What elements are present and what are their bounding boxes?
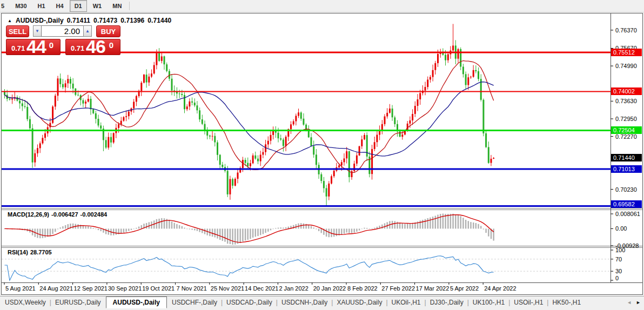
date-tick-label: 27 Feb 2022 [381,285,415,292]
tab-scroll-right-icon[interactable]: ► [636,300,641,305]
tab-uk100-h1[interactable]: UK100-,H1 [468,297,509,308]
collapse-triangle-icon[interactable]: ▲ [8,18,12,23]
tab-usdchf-daily[interactable]: USDCHF-,Daily [167,297,222,308]
macd-label: MACD(12,26,9)-0.006427-0.002484 [8,211,109,218]
price-level-badge: 0.71013 [611,165,642,173]
chevron-down-icon: ▼ [35,29,39,33]
price-tick-label: 0.72950 [615,116,637,122]
rsi-axis-label: 100 [615,247,625,253]
buy-price-big: 46 [86,36,105,57]
chart-window: ▲AUDUSD-,Daily0.714110.714730.713960.714… [1,13,643,295]
date-tick-label: 2 Jan 2022 [279,285,308,292]
ohlc-high: 0.71473 [93,17,117,24]
tab-scroll-left-icon[interactable]: ◄ [627,300,632,305]
price-level-badge: 0.71440 [611,154,642,161]
date-tick-label: 5 Apr 2022 [450,285,479,292]
tab-audusd-daily[interactable]: AUDUSD-,Daily [106,296,167,308]
rsi-value: 28.7705 [30,249,52,255]
date-tick-label: 17 Mar 2022 [416,285,450,292]
tab-hk50-h1[interactable]: HK50-,H1 [547,297,586,308]
ohlc-open: 0.71411 [67,17,90,24]
date-tick-label: 20 Jan 2022 [313,285,346,292]
sell-button[interactable]: SELL [6,25,29,37]
macd-axis-label: 0.00 [615,225,627,232]
buy-price-sup: 0 [109,41,113,50]
timeframe-button-h1[interactable]: H1 [33,0,50,12]
sell-price-button[interactable]: 0.71 44 0 [6,39,61,55]
price-tick-label: 0.76370 [615,27,637,33]
price-tick-label: 0.74990 [615,63,637,69]
tab-usdcad-daily[interactable]: USDCAD-,Daily [222,297,277,308]
price-tick-label: 0.70230 [615,186,637,193]
macd-signal-value: -0.002484 [81,211,108,218]
price-level-badge: 0.72504 [611,126,642,134]
date-tick-label: 24 Aug 2021 [39,285,73,292]
ohlc-close: 0.71440 [147,17,171,24]
chevron-up-icon: ▲ [85,29,90,33]
date-tick-label: 19 Oct 2021 [142,285,175,292]
price-level-badge: 0.69582 [611,200,642,208]
buy-price-button[interactable]: 0.71 46 0 [65,39,120,55]
tab-xauusd-daily[interactable]: XAUUSD-,Daily [332,297,387,308]
tab-usdcnh-daily[interactable]: USDCNH-,Daily [277,297,332,308]
tab-eurusd-daily[interactable]: EURUSD-,Daily [50,297,106,308]
timeframe-button-mn[interactable]: MN [108,0,126,12]
tab-scroll-arrows: ◄ ► [627,300,641,305]
sell-price-prefix: 0.71 [11,44,25,52]
date-tick-label: 24 Apr 2022 [484,285,516,292]
date-tick-label: 7 Nov 2021 [177,285,207,292]
chart-tabs-bar: USDX,Weekly|EURUSD-,DailyAUDUSD-,DailyUS… [0,296,644,308]
chart-title: ▲AUDUSD-,Daily0.714110.714730.713960.714… [8,17,171,24]
chart-symbol-label: AUDUSD-,Daily [16,17,64,24]
timeframe-button-m30[interactable]: M30 [10,0,31,12]
macd-main-value: -0.006427 [51,211,78,218]
macd-axis-label: 0.008061 [615,211,640,217]
rsi-label: RSI(14)28.7705 [8,249,54,255]
date-tick-label: 25 Nov 2021 [211,285,244,292]
volume-increase-button[interactable]: ▲ [83,25,92,37]
price-level-badge: 0.75512 [611,49,642,56]
price-tick-label: 0.72270 [615,133,637,140]
timeframe-toolbar: 5M30H1H4D1W1MN [0,0,644,12]
price-level-badge: 0.74002 [611,87,642,95]
volume-decrease-button[interactable]: ▼ [33,25,42,37]
tab-ukoil-h1[interactable]: UKOil-,H1 [387,297,426,308]
timeframe-button-5[interactable]: 5 [0,0,9,12]
price-tick-label: 0.73630 [615,98,637,104]
toolbar-separator [129,2,130,10]
sell-price-big: 44 [26,36,46,57]
trading-terminal: 5M30H1H4D1W1MN ▲AUDUSD-,Daily0.714110.71… [0,0,644,310]
timeframe-button-w1[interactable]: W1 [88,0,107,12]
tab-usoil-h1[interactable]: USOil-,H1 [509,297,548,308]
date-tick-label: 30 Sep 2021 [108,285,142,292]
buy-button[interactable]: BUY [96,25,120,37]
tab-dj30-daily[interactable]: DJ30-,Daily [425,297,468,308]
rsi-axis-label: 30 [615,268,622,274]
rsi-axis-label: 70 [615,256,622,262]
date-tick-label: 12 Sep 2021 [74,285,108,292]
buy-price-prefix: 0.71 [71,44,84,52]
tab-usdx-weekly[interactable]: USDX,Weekly [0,297,51,308]
date-tick-label: 14 Dec 2021 [245,285,278,292]
chart-tabs: USDX,Weekly|EURUSD-,DailyAUDUSD-,DailyUS… [0,297,586,308]
sell-price-sup: 0 [49,41,53,50]
macd-name: MACD(12,26,9) [8,211,49,218]
volume-input[interactable]: 2.00 [41,25,84,37]
ohlc-low: 0.71396 [120,17,144,24]
rsi-name: RSI(14) [8,249,28,255]
timeframe-button-h4[interactable]: H4 [51,0,69,12]
date-tick-label: 5 Aug 2021 [5,285,36,292]
timeframe-button-d1[interactable]: D1 [70,0,87,12]
rsi-axis-label: 0 [615,275,619,281]
date-tick-label: 8 Feb 2022 [347,285,378,292]
